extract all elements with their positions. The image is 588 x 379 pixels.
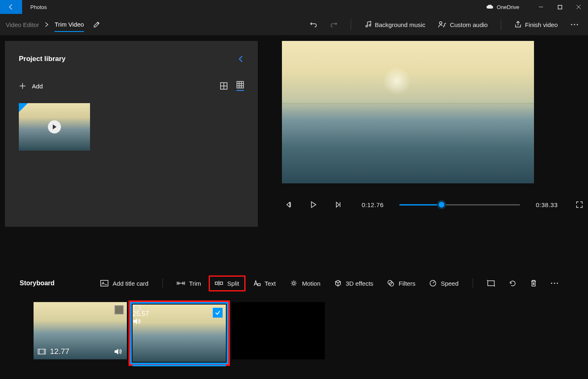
fullscreen-button[interactable]: [576, 201, 583, 208]
filters-icon: [387, 280, 394, 287]
text-icon: [253, 280, 261, 287]
play-button[interactable]: [309, 201, 318, 208]
breadcrumb: Video Editor Trim Video: [6, 18, 100, 32]
library-title: Project library: [19, 55, 65, 63]
clip-duration: 12.77: [50, 347, 70, 356]
play-icon: [310, 201, 317, 208]
clip-checkbox-checked[interactable]: [213, 308, 223, 318]
frame-back-button[interactable]: [285, 201, 293, 208]
delete-button[interactable]: [525, 276, 542, 290]
svg-point-2: [439, 22, 442, 24]
svg-rect-9: [237, 81, 243, 88]
svg-rect-1: [558, 5, 562, 9]
grid-large-icon: [220, 82, 228, 90]
trim-icon: [177, 280, 185, 287]
frame-forward-button[interactable]: [334, 201, 342, 208]
clip-audio-button[interactable]: [114, 348, 123, 355]
seek-bar[interactable]: [399, 201, 520, 209]
library-clip-thumbnail[interactable]: [19, 103, 90, 151]
svg-rect-23: [258, 284, 260, 286]
svg-rect-22: [220, 282, 223, 284]
separator: [351, 19, 351, 30]
breadcrumb-current[interactable]: Trim Video: [54, 21, 84, 32]
onedrive-label: OneDrive: [497, 4, 519, 10]
storyboard-toolbar: Storyboard Add title card Trim Split Tex…: [0, 269, 588, 297]
svg-point-31: [556, 283, 558, 284]
title-card-icon: [100, 280, 108, 287]
minimize-button[interactable]: [532, 0, 550, 14]
speaker-icon: [114, 348, 123, 355]
back-button[interactable]: [0, 0, 22, 14]
finish-video-button[interactable]: Finish video: [510, 16, 562, 33]
maximize-button[interactable]: [550, 0, 569, 14]
resize-button[interactable]: [482, 277, 500, 290]
cloud-icon: [486, 5, 493, 9]
pencil-icon: [93, 21, 100, 28]
storyboard-title: Storyboard: [20, 280, 54, 287]
breadcrumb-root[interactable]: Video Editor: [6, 21, 39, 28]
motion-button[interactable]: Motion: [285, 276, 325, 290]
redo-icon: [330, 21, 338, 28]
ellipsis-icon: [551, 282, 558, 284]
total-time: 0:38.33: [536, 201, 558, 208]
seek-thumb[interactable]: [437, 200, 446, 209]
person-music-icon: [438, 21, 446, 28]
project-library-panel: Project library Add: [5, 41, 258, 227]
fullscreen-icon: [576, 201, 583, 208]
text-button[interactable]: Text: [248, 277, 281, 290]
video-preview[interactable]: [282, 41, 534, 183]
collapse-library-button[interactable]: [238, 55, 244, 63]
current-time: 0:12.76: [362, 201, 384, 208]
svg-rect-21: [215, 282, 218, 284]
motion-icon: [290, 280, 298, 287]
separator: [501, 19, 501, 30]
clip-checkbox[interactable]: [115, 305, 124, 314]
svg-point-24: [293, 282, 295, 284]
background-music-button[interactable]: Background music: [360, 16, 429, 33]
add-media-button[interactable]: Add: [19, 82, 43, 90]
storyboard-clip[interactable]: 25.57: [133, 305, 226, 362]
plus-icon: [19, 82, 26, 90]
chevron-left-icon: [238, 55, 244, 63]
onedrive-button[interactable]: OneDrive: [486, 4, 519, 10]
svg-point-5: [577, 24, 578, 25]
crop-icon: [487, 280, 495, 287]
undo-button[interactable]: [306, 16, 321, 33]
add-title-card-button[interactable]: Add title card: [95, 277, 153, 290]
custom-audio-button[interactable]: Custom audio: [434, 16, 492, 33]
app-title: Photos: [30, 4, 47, 10]
clip-duration: 25.57: [133, 310, 149, 317]
play-overlay-icon: [48, 120, 61, 133]
grid-large-view-button[interactable]: [220, 82, 228, 90]
storyboard-more-button[interactable]: [546, 279, 563, 288]
ellipsis-icon: [571, 23, 578, 26]
storyboard-clips: 12.77 25.57: [0, 297, 588, 364]
more-button[interactable]: [567, 16, 582, 33]
empty-clip-slot[interactable]: [232, 302, 325, 359]
speaker-icon: [133, 318, 142, 325]
rename-button[interactable]: [93, 21, 100, 28]
undo-icon: [310, 21, 317, 28]
filters-button[interactable]: Filters: [382, 276, 420, 290]
split-button[interactable]: Split: [210, 277, 244, 290]
top-toolbar: Video Editor Trim Video Background music…: [0, 14, 588, 35]
trim-button[interactable]: Trim: [172, 277, 206, 290]
svg-point-29: [551, 283, 552, 284]
close-button[interactable]: [569, 0, 588, 14]
grid-small-view-button[interactable]: [237, 81, 244, 91]
3d-effects-button[interactable]: 3D effects: [329, 276, 378, 290]
grid-small-icon: [237, 81, 244, 88]
preview-panel: 0:12.76 0:38.33: [278, 41, 583, 269]
svg-rect-28: [488, 281, 494, 286]
clip-audio-button[interactable]: [133, 318, 226, 325]
speed-button[interactable]: Speed: [424, 276, 463, 290]
rotate-icon: [509, 280, 516, 287]
storyboard-clip[interactable]: 12.77: [34, 302, 127, 359]
trash-icon: [530, 280, 537, 287]
svg-point-4: [574, 24, 575, 25]
split-icon: [215, 280, 223, 287]
svg-point-3: [571, 24, 572, 25]
svg-point-30: [554, 283, 555, 284]
rotate-button[interactable]: [504, 276, 521, 290]
redo-button[interactable]: [326, 16, 342, 33]
